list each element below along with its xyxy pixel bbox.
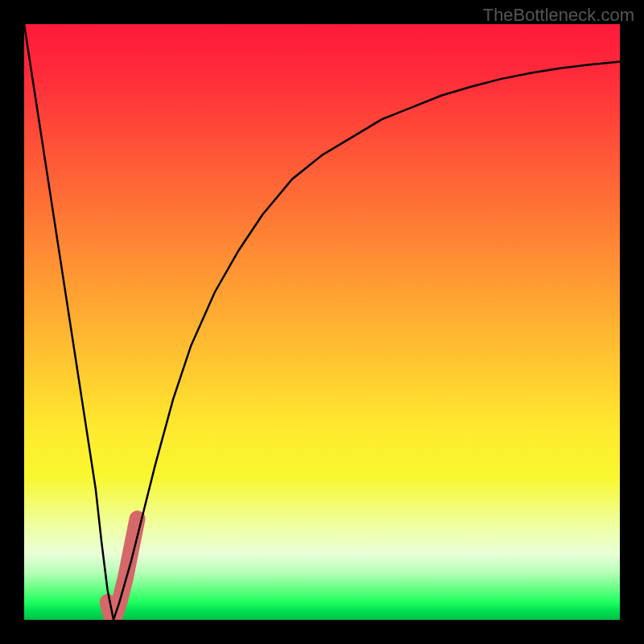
curve-path <box>24 24 620 620</box>
chart-svg <box>24 24 620 620</box>
watermark-text: TheBottleneck.com <box>483 5 634 26</box>
chart-container <box>24 24 620 620</box>
marker-path <box>108 518 138 620</box>
